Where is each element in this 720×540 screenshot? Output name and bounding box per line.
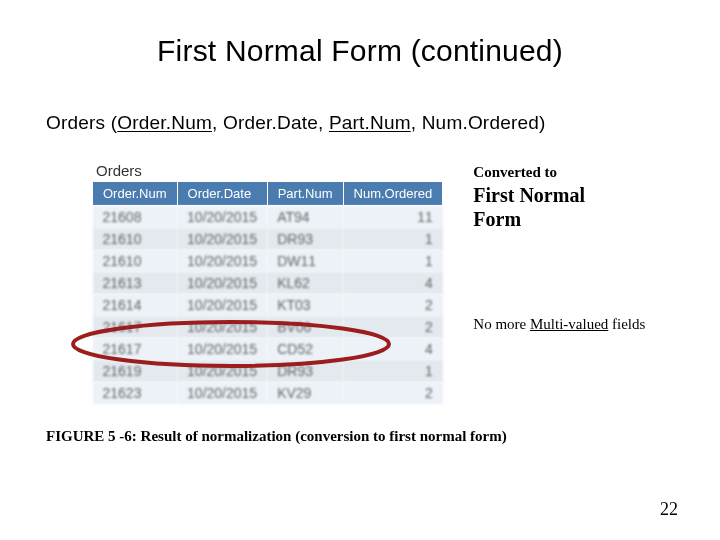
table-header-cell: Num.Ordered xyxy=(343,182,443,206)
table-cell: 1 xyxy=(343,360,443,382)
table-cell: 10/20/2015 xyxy=(177,382,267,404)
figure-caption: FIGURE 5 -6: Result of normalization (co… xyxy=(46,428,674,445)
table-row: 2161410/20/2015KT032 xyxy=(93,294,443,316)
table-cell: 21614 xyxy=(93,294,178,316)
table-cell: 21608 xyxy=(93,206,178,229)
table-cell: 21623 xyxy=(93,382,178,404)
table-title: Orders xyxy=(92,158,443,181)
table-row: 2161910/20/2015DR931 xyxy=(93,360,443,382)
table-header-cell: Order.Date xyxy=(177,182,267,206)
note-link: Multi-valued xyxy=(530,316,608,332)
relation-attr: Order.Date xyxy=(223,112,318,133)
table-cell: 10/20/2015 xyxy=(177,228,267,250)
table-cell: 2 xyxy=(343,316,443,338)
table-cell: 4 xyxy=(343,272,443,294)
table-header-row: Order.NumOrder.DatePart.NumNum.Ordered xyxy=(93,182,443,206)
side-notes: Converted to First Normal Form No more M… xyxy=(473,158,653,333)
table-cell: 10/20/2015 xyxy=(177,294,267,316)
table-cell: 10/20/2015 xyxy=(177,272,267,294)
table-cell: 21610 xyxy=(93,228,178,250)
relation-attr: Order.Num xyxy=(117,112,212,133)
table-cell: KL62 xyxy=(267,272,343,294)
table-cell: 2 xyxy=(343,294,443,316)
note-suffix: fields xyxy=(608,316,645,332)
table-row: 2161010/20/2015DW111 xyxy=(93,250,443,272)
table-cell: DR93 xyxy=(267,228,343,250)
relation-attr: Num.Ordered xyxy=(422,112,539,133)
table-cell: 21617 xyxy=(93,338,178,360)
table-header-cell: Order.Num xyxy=(93,182,178,206)
table-cell: 10/20/2015 xyxy=(177,360,267,382)
table-cell: DW11 xyxy=(267,250,343,272)
table-cell: BV06 xyxy=(267,316,343,338)
table-cell: 1 xyxy=(343,228,443,250)
converted-target-line1: First Normal xyxy=(473,183,653,207)
page-number: 22 xyxy=(660,499,678,520)
table-cell: 11 xyxy=(343,206,443,229)
table-row: 2161010/20/2015DR931 xyxy=(93,228,443,250)
relation-schema: Orders (Order.Num, Order.Date, Part.Num,… xyxy=(46,112,674,134)
table-cell: 10/20/2015 xyxy=(177,338,267,360)
table-cell: 2 xyxy=(343,382,443,404)
table-cell: KT03 xyxy=(267,294,343,316)
table-row: 2161710/20/2015BV062 xyxy=(93,316,443,338)
orders-table: Order.NumOrder.DatePart.NumNum.Ordered 2… xyxy=(92,181,443,404)
table-cell: 21617 xyxy=(93,316,178,338)
table-row: 2162310/20/2015KV292 xyxy=(93,382,443,404)
table-cell: 21613 xyxy=(93,272,178,294)
table-container: Orders Order.NumOrder.DatePart.NumNum.Or… xyxy=(46,158,443,404)
converted-label: Converted to xyxy=(473,164,653,181)
table-cell: 1 xyxy=(343,250,443,272)
table-cell: CD52 xyxy=(267,338,343,360)
table-cell: 10/20/2015 xyxy=(177,206,267,229)
table-cell: 21619 xyxy=(93,360,178,382)
table-cell: 10/20/2015 xyxy=(177,250,267,272)
table-cell: AT94 xyxy=(267,206,343,229)
table-row: 2160810/20/2015AT9411 xyxy=(93,206,443,229)
table-cell: KV29 xyxy=(267,382,343,404)
table-header-cell: Part.Num xyxy=(267,182,343,206)
table-row: 2161310/20/2015KL624 xyxy=(93,272,443,294)
table-cell: 10/20/2015 xyxy=(177,316,267,338)
relation-attr: Part.Num xyxy=(329,112,411,133)
table-cell: 4 xyxy=(343,338,443,360)
table-row: 2161710/20/2015CD524 xyxy=(93,338,443,360)
slide-title: First Normal Form (continued) xyxy=(46,34,674,68)
no-more-multivalued-note: No more Multi-valued fields xyxy=(473,316,653,333)
converted-target-line2: Form xyxy=(473,207,653,231)
table-cell: DR93 xyxy=(267,360,343,382)
table-cell: 21610 xyxy=(93,250,178,272)
note-prefix: No more xyxy=(473,316,530,332)
